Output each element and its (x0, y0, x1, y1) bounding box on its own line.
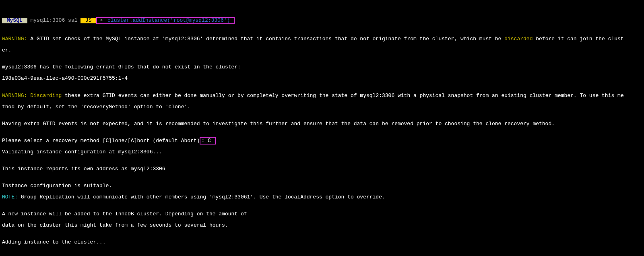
connection-info: mysql1:3306 ssl (27, 18, 81, 23)
shell-prompt[interactable]: MySQL mysql1:3306 ssl JS > cluster.addIn… (2, 17, 642, 24)
discarded-word: discarded (504, 36, 533, 42)
prompt-arrow: > (98, 17, 104, 23)
output-text: A GTID set check of the MySQL instance a… (27, 36, 504, 42)
output-text: before it can join the clust (533, 36, 623, 42)
output-line: mysql2:3306 has the following errant GTI… (2, 64, 642, 70)
output-line: Having extra GTID events is not expected… (2, 121, 642, 127)
discarding-word: Discarding (27, 93, 62, 99)
highlighted-input: : C (200, 137, 215, 145)
highlighted-command: > cluster.addInstance('root@mysql2:3306'… (96, 17, 235, 24)
js-mode-badge: JS (80, 18, 96, 23)
output-line: 198e03a4-9eaa-11ec-a490-000c291f5755:1-4 (2, 76, 642, 81)
output-line: WARNING: A GTID set check of the MySQL i… (2, 36, 642, 42)
output-line: NOTE: Group Replication will communicate… (2, 194, 642, 200)
output-line: Instance configuration is suitable. (2, 183, 642, 189)
mysql-badge: MySQL (2, 18, 27, 23)
command-text: cluster.addInstance('root@mysql2:3306') (104, 17, 233, 23)
output-line: data on the cluster this might take from… (2, 223, 642, 228)
output-line: This instance reports its own address as… (2, 166, 642, 172)
output-line: Please select a recovery method [C]lone/… (2, 138, 642, 144)
output-line: Validating instance configuration at mys… (2, 149, 642, 155)
output-line: A new instance will be added to the Inno… (2, 211, 642, 217)
output-line: er. (2, 47, 642, 53)
output-text: these extra GTID events can either be do… (62, 93, 623, 99)
warning-label: WARNING: (2, 93, 27, 99)
warning-label: WARNING: (2, 36, 27, 42)
output-text: Group Replication will communicate with … (18, 194, 385, 200)
note-label: NOTE: (2, 194, 18, 200)
output-line: WARNING: Discarding these extra GTID eve… (2, 93, 642, 99)
output-line: Adding instance to the cluster... (2, 239, 642, 245)
output-line: thod by default, set the 'recoveryMethod… (2, 104, 642, 110)
recovery-prompt[interactable]: Please select a recovery method [C]lone/… (2, 138, 200, 144)
